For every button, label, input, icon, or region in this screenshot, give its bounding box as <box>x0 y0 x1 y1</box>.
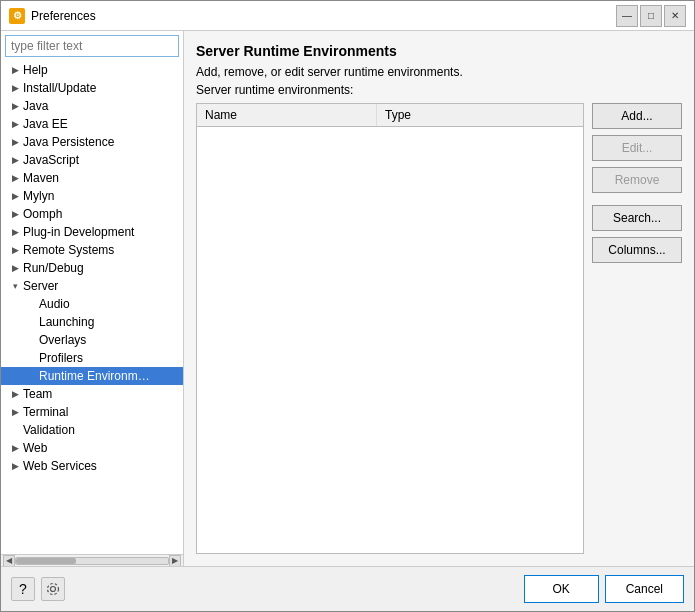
sidebar-item-java-persistence[interactable]: ▶ Java Persistence <box>1 133 183 151</box>
expand-arrow: ▶ <box>9 118 21 130</box>
maximize-button[interactable]: □ <box>640 5 662 27</box>
sidebar-item-label: Validation <box>23 423 75 437</box>
sidebar-item-web-services[interactable]: ▶ Web Services <box>1 457 183 475</box>
expand-arrow: ▶ <box>9 136 21 148</box>
sidebar-item-help[interactable]: ▶ Help <box>1 61 183 79</box>
sidebar-item-label: Java <box>23 99 48 113</box>
sidebar-item-label: Web <box>23 441 47 455</box>
content-area: ▶ Help ▶ Install/Update ▶ Java ▶ Java EE… <box>1 31 694 566</box>
column-type: Type <box>377 104 583 126</box>
expand-arrow: ▾ <box>9 280 21 292</box>
cancel-button[interactable]: Cancel <box>605 575 684 603</box>
expand-arrow: ▶ <box>9 226 21 238</box>
sidebar-item-validation[interactable]: Validation <box>1 421 183 439</box>
tree-container: ▶ Help ▶ Install/Update ▶ Java ▶ Java EE… <box>1 61 183 554</box>
expand-arrow: ▶ <box>9 208 21 220</box>
sidebar-item-label: Terminal <box>23 405 68 419</box>
expand-arrow: ▶ <box>9 82 21 94</box>
settings-icon <box>46 582 60 596</box>
sidebar-item-terminal[interactable]: ▶ Terminal <box>1 403 183 421</box>
sidebar-item-label: Overlays <box>39 333 86 347</box>
action-buttons: Add... Edit... Remove Search... Columns.… <box>592 103 682 554</box>
expand-arrow: ▶ <box>9 100 21 112</box>
sidebar-item-web[interactable]: ▶ Web <box>1 439 183 457</box>
expand-arrow: ▶ <box>9 262 21 274</box>
sidebar-item-maven[interactable]: ▶ Maven <box>1 169 183 187</box>
table-header: Name Type <box>197 104 583 127</box>
close-button[interactable]: ✕ <box>664 5 686 27</box>
sidebar-item-run-debug[interactable]: ▶ Run/Debug <box>1 259 183 277</box>
sidebar-item-label: Profilers <box>39 351 83 365</box>
sidebar-item-label: Server <box>23 279 58 293</box>
sidebar-item-remote-systems[interactable]: ▶ Remote Systems <box>1 241 183 259</box>
sidebar-item-profilers[interactable]: Profilers <box>1 349 183 367</box>
panel-sublabel: Server runtime environments: <box>196 83 682 97</box>
sidebar-item-label: Plug-in Development <box>23 225 134 239</box>
minimize-button[interactable]: — <box>616 5 638 27</box>
search-button[interactable]: Search... <box>592 205 682 231</box>
expand-arrow: ▶ <box>9 190 21 202</box>
ok-button[interactable]: OK <box>524 575 599 603</box>
panel-description: Add, remove, or edit server runtime envi… <box>196 65 682 79</box>
scroll-left-arrow[interactable]: ◀ <box>3 555 15 567</box>
sidebar-item-javascript[interactable]: ▶ JavaScript <box>1 151 183 169</box>
settings-button[interactable] <box>41 577 65 601</box>
help-button[interactable]: ? <box>11 577 35 601</box>
scroll-track <box>15 557 169 565</box>
horizontal-scrollbar: ◀ ▶ <box>1 554 183 566</box>
sidebar-item-launching[interactable]: Launching <box>1 313 183 331</box>
sidebar-item-team[interactable]: ▶ Team <box>1 385 183 403</box>
main-panel: Server Runtime Environments Add, remove,… <box>184 31 694 566</box>
sidebar-item-label: Run/Debug <box>23 261 84 275</box>
search-input[interactable] <box>5 35 179 57</box>
columns-button[interactable]: Columns... <box>592 237 682 263</box>
expand-arrow: ▶ <box>9 442 21 454</box>
expand-arrow: ▶ <box>9 172 21 184</box>
sidebar-item-label: Java EE <box>23 117 68 131</box>
add-button[interactable]: Add... <box>592 103 682 129</box>
expand-arrow: ▶ <box>9 154 21 166</box>
sidebar-item-oomph[interactable]: ▶ Oomph <box>1 205 183 223</box>
column-name: Name <box>197 104 377 126</box>
sidebar-item-label: Audio <box>39 297 70 311</box>
sidebar-item-plugin-development[interactable]: ▶ Plug-in Development <box>1 223 183 241</box>
sidebar-item-java[interactable]: ▶ Java <box>1 97 183 115</box>
sidebar-item-mylyn[interactable]: ▶ Mylyn <box>1 187 183 205</box>
sidebar-item-audio[interactable]: Audio <box>1 295 183 313</box>
panel-title: Server Runtime Environments <box>196 43 682 59</box>
sidebar-item-label: Oomph <box>23 207 62 221</box>
sidebar-item-java-ee[interactable]: ▶ Java EE <box>1 115 183 133</box>
sidebar-item-label: Runtime Environm… <box>39 369 150 383</box>
svg-point-0 <box>51 587 56 592</box>
window-title: Preferences <box>31 9 616 23</box>
panel-content: Name Type Add... Edit... Remove Search..… <box>196 103 682 554</box>
table-body[interactable] <box>197 127 583 553</box>
edit-button[interactable]: Edit... <box>592 135 682 161</box>
scroll-thumb[interactable] <box>16 558 76 564</box>
expand-arrow: ▶ <box>9 388 21 400</box>
expand-arrow: ▶ <box>9 460 21 472</box>
sidebar-item-label: Maven <box>23 171 59 185</box>
sidebar-item-label: Team <box>23 387 52 401</box>
sidebar-item-label: Mylyn <box>23 189 54 203</box>
sidebar-item-label: Web Services <box>23 459 97 473</box>
scroll-right-arrow[interactable]: ▶ <box>169 555 181 567</box>
bottom-bar: ? OK Cancel <box>1 566 694 611</box>
preferences-window: ⚙ Preferences — □ ✕ ▶ Help ▶ Install/Upd… <box>0 0 695 612</box>
remove-button[interactable]: Remove <box>592 167 682 193</box>
sidebar: ▶ Help ▶ Install/Update ▶ Java ▶ Java EE… <box>1 31 184 566</box>
sidebar-item-label: Launching <box>39 315 94 329</box>
sidebar-item-runtime-environments[interactable]: Runtime Environm… <box>1 367 183 385</box>
expand-arrow: ▶ <box>9 244 21 256</box>
title-bar-controls: — □ ✕ <box>616 5 686 27</box>
expand-arrow: ▶ <box>9 406 21 418</box>
sidebar-item-install-update[interactable]: ▶ Install/Update <box>1 79 183 97</box>
sidebar-item-overlays[interactable]: Overlays <box>1 331 183 349</box>
bottom-right-controls: OK Cancel <box>524 575 684 603</box>
title-bar: ⚙ Preferences — □ ✕ <box>1 1 694 31</box>
sidebar-item-label: Install/Update <box>23 81 96 95</box>
sidebar-item-server[interactable]: ▾ Server <box>1 277 183 295</box>
expand-arrow: ▶ <box>9 64 21 76</box>
sidebar-item-label: Java Persistence <box>23 135 114 149</box>
bottom-left-controls: ? <box>11 577 65 601</box>
